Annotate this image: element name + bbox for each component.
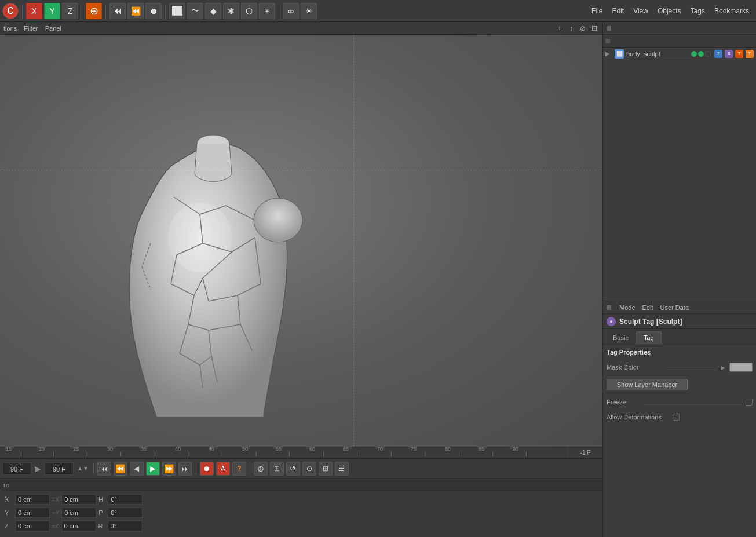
obj-tag-orange-1[interactable]: T bbox=[735, 50, 743, 58]
camera-icon[interactable]: ∞ bbox=[283, 3, 299, 19]
viewport-3d[interactable] bbox=[0, 35, 602, 447]
viewport-expand-icon[interactable]: ↕ bbox=[567, 24, 576, 33]
scene-icon[interactable]: ⊞ bbox=[259, 3, 275, 19]
record-mode-button[interactable]: ⏺ bbox=[200, 462, 214, 476]
polygon-icon[interactable]: ◆ bbox=[205, 3, 221, 19]
obj-dot-green-1[interactable] bbox=[691, 51, 697, 57]
3d-model bbox=[87, 81, 330, 447]
obj-name-body-sculpt: body_sculpt bbox=[626, 50, 689, 57]
ruler-tick-60: 60 bbox=[309, 447, 315, 452]
viewport-menu-filter[interactable]: Filter bbox=[24, 25, 38, 32]
tab-basic[interactable]: Basic bbox=[605, 331, 636, 344]
obj-tag-sculpt[interactable]: S bbox=[725, 50, 733, 58]
ruler-tick-75: 75 bbox=[411, 447, 417, 452]
coord-z-rot[interactable] bbox=[61, 521, 96, 531]
ruler-line-70 bbox=[391, 452, 392, 456]
coord-x-rot[interactable] bbox=[61, 494, 96, 505]
move-tool[interactable]: ⊕ bbox=[86, 3, 102, 19]
play-button[interactable]: ▶ bbox=[146, 462, 160, 476]
go-start-button[interactable]: ⏮ bbox=[97, 462, 111, 476]
cube-primitive-icon[interactable]: ⬜ bbox=[169, 3, 185, 19]
scale-tool-transport[interactable]: ⊞ bbox=[270, 462, 284, 476]
menu-bookmarks[interactable]: Bookmarks bbox=[714, 7, 749, 15]
ruler-line-50 bbox=[256, 452, 257, 456]
coord-row-x: X ≈X H bbox=[5, 494, 143, 505]
obj-dot-green-2[interactable] bbox=[698, 51, 704, 57]
coord-label-r: R bbox=[98, 523, 105, 529]
coord-z-pos[interactable] bbox=[15, 521, 50, 531]
x-axis-button[interactable]: X bbox=[26, 3, 42, 19]
viewport-add-icon[interactable]: + bbox=[555, 24, 564, 33]
spline-icon[interactable]: 〜 bbox=[187, 3, 203, 19]
attr-title-row: ● Sculpt Tag [Sculpt] bbox=[603, 314, 756, 329]
viewport-menubar: tions Filter Panel + ↕ ⊘ ⊡ bbox=[0, 22, 602, 35]
menu-view[interactable]: View bbox=[633, 7, 648, 15]
play-back-button[interactable]: ◀ bbox=[130, 462, 144, 476]
rotate-tool-transport[interactable]: ↺ bbox=[286, 462, 300, 476]
menu-tags[interactable]: Tags bbox=[691, 7, 705, 15]
object-item-body-sculpt[interactable]: ▶ ⬜ body_sculpt T S T T bbox=[603, 48, 756, 60]
menu-objects[interactable]: Objects bbox=[658, 7, 681, 15]
tree-indent: ▶ bbox=[605, 50, 612, 57]
next-keyframe-button[interactable]: ⏩ bbox=[162, 462, 176, 476]
move-tool-transport[interactable]: ⊕ bbox=[254, 462, 268, 476]
show-layer-manager-button[interactable]: Show Layer Manager bbox=[607, 379, 688, 390]
z-axis-button[interactable]: Z bbox=[62, 3, 78, 19]
objects-header bbox=[603, 35, 756, 48]
coord-z-scale[interactable] bbox=[108, 521, 143, 531]
mask-color-label: Mask Color bbox=[607, 364, 664, 371]
freeze-checkbox[interactable] bbox=[746, 399, 753, 406]
coord-arrow-x: ≈X bbox=[52, 496, 59, 503]
menu-edit[interactable]: Edit bbox=[612, 7, 624, 15]
svg-point-1 bbox=[254, 198, 302, 242]
coord-arrow-z: ≈Z bbox=[52, 523, 59, 529]
menu-file[interactable]: File bbox=[591, 7, 602, 15]
light-icon[interactable]: ☀ bbox=[301, 3, 317, 19]
prev-keyframe-button[interactable]: ⏪ bbox=[114, 462, 127, 476]
coord-x-pos[interactable] bbox=[15, 494, 50, 505]
attr-menu-edit[interactable]: Edit bbox=[642, 304, 653, 311]
deform-icon[interactable]: ⬡ bbox=[241, 3, 257, 19]
attr-menubar: Mode Edit User Data bbox=[603, 301, 756, 314]
ruler-line-65 bbox=[357, 452, 357, 456]
obj-tag-blue[interactable]: T bbox=[714, 50, 722, 58]
coord-y-rot[interactable] bbox=[61, 507, 96, 518]
coord-y-scale[interactable] bbox=[108, 507, 143, 518]
nurbs-icon[interactable]: ✱ bbox=[223, 3, 239, 19]
frame-start-icon[interactable]: ⏮ bbox=[109, 3, 126, 19]
viewport-menu-panel[interactable]: Panel bbox=[45, 25, 61, 32]
obj-tag-orange-2[interactable]: T bbox=[746, 50, 754, 58]
ruler-tick-30: 30 bbox=[107, 447, 113, 452]
ruler-line-25 bbox=[87, 452, 87, 456]
separator-2 bbox=[82, 4, 82, 18]
attr-menu-userdata[interactable]: User Data bbox=[660, 304, 689, 311]
help-button[interactable]: ? bbox=[232, 462, 246, 476]
auto-key-button[interactable]: A bbox=[216, 462, 230, 476]
ruler-line-85 bbox=[492, 452, 493, 456]
separator-5 bbox=[279, 4, 279, 18]
go-end-button[interactable]: ⏭ bbox=[178, 462, 192, 476]
y-axis-button[interactable]: Y bbox=[44, 3, 60, 19]
record-icon[interactable]: ⏺ bbox=[145, 3, 162, 19]
coord-label-y: Y bbox=[5, 509, 13, 516]
freeze-label: Freeze bbox=[607, 399, 638, 406]
app-logo[interactable]: C bbox=[2, 3, 19, 19]
viewport-close-icon[interactable]: ⊘ bbox=[578, 24, 587, 33]
freeze-dots bbox=[643, 399, 741, 405]
current-frame-field[interactable]: 90 F bbox=[2, 462, 31, 475]
attr-content: Tag Properties Mask Color ▶ Show Layer M… bbox=[603, 344, 756, 537]
tab-tag[interactable]: Tag bbox=[636, 331, 662, 344]
pin-tool-transport[interactable]: ⊙ bbox=[302, 462, 316, 476]
viewport-maximize-icon[interactable]: ⊡ bbox=[590, 24, 599, 33]
layout-button[interactable]: ☰ bbox=[335, 462, 349, 476]
attr-menu-mode[interactable]: Mode bbox=[619, 304, 636, 311]
coord-x-scale[interactable] bbox=[108, 494, 143, 505]
end-frame-field[interactable]: 90 F bbox=[45, 462, 74, 475]
coord-y-pos[interactable] bbox=[15, 507, 50, 518]
viewport-menu-actions[interactable]: tions bbox=[3, 25, 17, 32]
grid-tool-transport[interactable]: ⊞ bbox=[319, 462, 333, 476]
mask-color-swatch[interactable] bbox=[729, 363, 753, 372]
attributes-panel: Mode Edit User Data ● Sculpt Tag [Sculpt… bbox=[603, 301, 756, 537]
play-back-icon[interactable]: ⏪ bbox=[127, 3, 144, 19]
allow-deformations-checkbox[interactable] bbox=[673, 414, 680, 421]
